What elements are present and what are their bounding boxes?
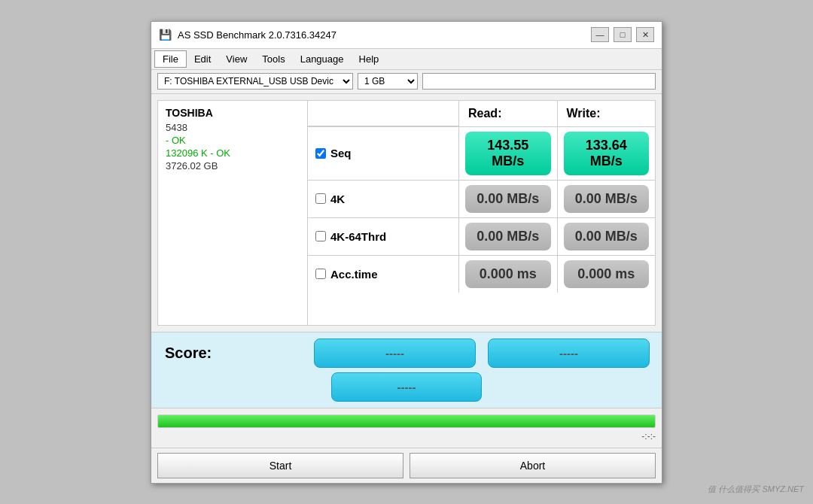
window-controls: — □ ✕: [591, 27, 654, 42]
device-status1: - OK: [166, 135, 300, 146]
start-button[interactable]: Start: [157, 453, 403, 478]
4k-label: 4K: [308, 187, 458, 211]
app-icon: 💾: [159, 29, 172, 41]
score-row: Score: ----- -----: [157, 339, 656, 368]
size-selector[interactable]: 1 GB 512 MB 2 GB 4 GB: [358, 73, 418, 90]
progress-bar-fill: [158, 415, 655, 427]
menu-edit[interactable]: Edit: [187, 51, 218, 67]
score-total-value: -----: [331, 372, 482, 402]
4k64thrd-write-value: 0.00 MB/s: [557, 218, 656, 255]
acctime-label: Acc.time: [308, 262, 458, 287]
seq-label: Seq: [308, 141, 458, 165]
bench-field[interactable]: [422, 73, 656, 90]
device-capacity: 3726.02 GB: [166, 160, 300, 172]
close-button[interactable]: ✕: [636, 27, 654, 42]
4k-checkbox[interactable]: [315, 193, 326, 204]
progress-section: -:-:-: [151, 408, 662, 448]
acctime-checkbox[interactable]: [315, 269, 326, 279]
main-window: 💾 AS SSD Benchmark 2.0.7316.34247 — □ ✕ …: [151, 21, 662, 484]
device-id: 5438: [166, 122, 300, 133]
score-total-row: -----: [157, 372, 656, 402]
read-header: Read:: [458, 101, 557, 126]
menu-tools[interactable]: Tools: [254, 51, 292, 67]
progress-bar-container: [157, 414, 656, 428]
seq-row: Seq 143.55 MB/s 133.64 MB/s: [308, 127, 655, 181]
progress-time: -:-:-: [157, 431, 656, 442]
bench-header: Read: Write:: [308, 101, 655, 127]
title-bar: 💾 AS SSD Benchmark 2.0.7316.34247 — □ ✕: [151, 22, 662, 49]
menu-language[interactable]: Language: [293, 51, 352, 67]
4k64thrd-row: 4K-64Thrd 0.00 MB/s 0.00 MB/s: [308, 218, 655, 256]
write-header: Write:: [557, 101, 656, 126]
device-size-status: 132096 K - OK: [166, 147, 300, 159]
seq-checkbox[interactable]: [315, 148, 326, 159]
window-title: AS SSD Benchmark 2.0.7316.34247: [178, 29, 336, 41]
4k-read-value: 0.00 MB/s: [458, 181, 557, 217]
score-read-container: -----: [308, 339, 482, 368]
acctime-row: Acc.time 0.000 ms 0.000 ms: [308, 256, 655, 293]
score-section: Score: ----- ----- -----: [151, 332, 662, 408]
seq-write-value: 133.64 MB/s: [557, 127, 656, 180]
score-write-value: -----: [488, 339, 650, 368]
acctime-read-value: 0.000 ms: [458, 256, 557, 293]
acctime-write-value: 0.000 ms: [557, 256, 656, 293]
device-name: TOSHIBA: [166, 107, 300, 119]
drive-selector[interactable]: F: TOSHIBA EXTERNAL_USB USB Devic: [157, 73, 353, 90]
menu-view[interactable]: View: [218, 51, 254, 67]
seq-read-value: 143.55 MB/s: [458, 127, 557, 180]
4k64thrd-read-value: 0.00 MB/s: [458, 218, 557, 255]
score-write-container: -----: [482, 339, 656, 368]
menu-help[interactable]: Help: [352, 51, 387, 67]
score-label: Score:: [157, 345, 308, 362]
toolbar: F: TOSHIBA EXTERNAL_USB USB Devic 1 GB 5…: [151, 70, 662, 94]
watermark: 值 什么值得买 SMYZ.NET: [708, 484, 804, 495]
abort-button[interactable]: Abort: [410, 453, 656, 478]
4k-row: 4K 0.00 MB/s 0.00 MB/s: [308, 181, 655, 218]
main-content: TOSHIBA 5438 - OK 132096 K - OK 3726.02 …: [151, 94, 662, 332]
4k64thrd-checkbox[interactable]: [315, 231, 326, 241]
maximize-button[interactable]: □: [614, 27, 632, 42]
minimize-button[interactable]: —: [591, 27, 609, 42]
4k-write-value: 0.00 MB/s: [557, 181, 656, 217]
benchmark-panel: Read: Write: Seq 143.55 MB/s 133.64 MB/s: [308, 100, 656, 326]
bottom-buttons: Start Abort: [151, 448, 662, 483]
menu-file[interactable]: File: [154, 50, 187, 68]
score-read-value: -----: [314, 339, 476, 368]
4k64thrd-label: 4K-64Thrd: [308, 224, 458, 249]
menu-bar: File Edit View Tools Language Help: [151, 49, 662, 70]
device-info-panel: TOSHIBA 5438 - OK 132096 K - OK 3726.02 …: [157, 100, 308, 326]
